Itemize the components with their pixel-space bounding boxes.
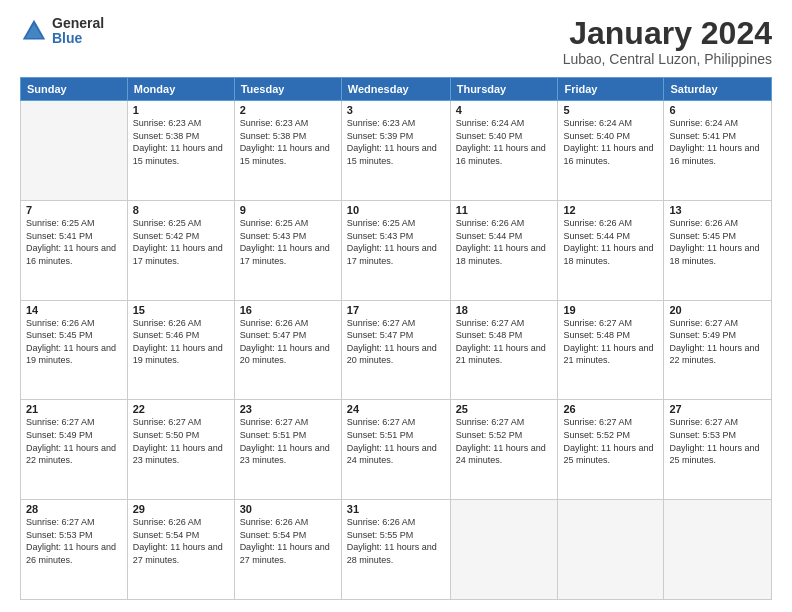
day-info: Sunrise: 6:26 AMSunset: 5:47 PMDaylight:… (240, 317, 336, 367)
day-info: Sunrise: 6:27 AMSunset: 5:53 PMDaylight:… (669, 416, 766, 466)
day-info: Sunrise: 6:26 AMSunset: 5:45 PMDaylight:… (669, 217, 766, 267)
day-info: Sunrise: 6:27 AMSunset: 5:48 PMDaylight:… (456, 317, 553, 367)
day-number: 31 (347, 503, 445, 515)
day-info: Sunrise: 6:24 AMSunset: 5:41 PMDaylight:… (669, 117, 766, 167)
calendar-cell (21, 101, 128, 201)
day-info: Sunrise: 6:23 AMSunset: 5:38 PMDaylight:… (240, 117, 336, 167)
day-info: Sunrise: 6:23 AMSunset: 5:39 PMDaylight:… (347, 117, 445, 167)
day-info: Sunrise: 6:27 AMSunset: 5:48 PMDaylight:… (563, 317, 658, 367)
week-row: 21Sunrise: 6:27 AMSunset: 5:49 PMDayligh… (21, 400, 772, 500)
calendar-cell (558, 500, 664, 600)
day-number: 20 (669, 304, 766, 316)
calendar-cell: 7Sunrise: 6:25 AMSunset: 5:41 PMDaylight… (21, 200, 128, 300)
day-number: 22 (133, 403, 229, 415)
day-number: 15 (133, 304, 229, 316)
day-info: Sunrise: 6:27 AMSunset: 5:53 PMDaylight:… (26, 516, 122, 566)
day-info: Sunrise: 6:27 AMSunset: 5:49 PMDaylight:… (26, 416, 122, 466)
logo-text: General Blue (52, 16, 104, 47)
page: General Blue January 2024 Lubao, Central… (0, 0, 792, 612)
calendar-cell: 18Sunrise: 6:27 AMSunset: 5:48 PMDayligh… (450, 300, 558, 400)
day-info: Sunrise: 6:27 AMSunset: 5:52 PMDaylight:… (456, 416, 553, 466)
calendar-cell: 8Sunrise: 6:25 AMSunset: 5:42 PMDaylight… (127, 200, 234, 300)
day-info: Sunrise: 6:24 AMSunset: 5:40 PMDaylight:… (563, 117, 658, 167)
day-number: 19 (563, 304, 658, 316)
logo-blue: Blue (52, 31, 104, 46)
calendar-table: SundayMondayTuesdayWednesdayThursdayFrid… (20, 77, 772, 600)
header-row: SundayMondayTuesdayWednesdayThursdayFrid… (21, 78, 772, 101)
day-info: Sunrise: 6:26 AMSunset: 5:54 PMDaylight:… (240, 516, 336, 566)
calendar-cell: 3Sunrise: 6:23 AMSunset: 5:39 PMDaylight… (341, 101, 450, 201)
day-number: 4 (456, 104, 553, 116)
calendar-cell: 6Sunrise: 6:24 AMSunset: 5:41 PMDaylight… (664, 101, 772, 201)
day-number: 10 (347, 204, 445, 216)
day-header-friday: Friday (558, 78, 664, 101)
calendar-cell (664, 500, 772, 600)
week-row: 28Sunrise: 6:27 AMSunset: 5:53 PMDayligh… (21, 500, 772, 600)
day-number: 23 (240, 403, 336, 415)
title-block: January 2024 Lubao, Central Luzon, Phili… (563, 16, 772, 67)
day-info: Sunrise: 6:25 AMSunset: 5:43 PMDaylight:… (240, 217, 336, 267)
logo-general: General (52, 16, 104, 31)
day-number: 21 (26, 403, 122, 415)
calendar-cell: 14Sunrise: 6:26 AMSunset: 5:45 PMDayligh… (21, 300, 128, 400)
day-number: 18 (456, 304, 553, 316)
day-info: Sunrise: 6:26 AMSunset: 5:46 PMDaylight:… (133, 317, 229, 367)
week-row: 7Sunrise: 6:25 AMSunset: 5:41 PMDaylight… (21, 200, 772, 300)
day-info: Sunrise: 6:25 AMSunset: 5:41 PMDaylight:… (26, 217, 122, 267)
calendar-cell: 27Sunrise: 6:27 AMSunset: 5:53 PMDayligh… (664, 400, 772, 500)
day-number: 13 (669, 204, 766, 216)
calendar-cell: 13Sunrise: 6:26 AMSunset: 5:45 PMDayligh… (664, 200, 772, 300)
calendar-cell: 12Sunrise: 6:26 AMSunset: 5:44 PMDayligh… (558, 200, 664, 300)
calendar-cell: 10Sunrise: 6:25 AMSunset: 5:43 PMDayligh… (341, 200, 450, 300)
day-info: Sunrise: 6:26 AMSunset: 5:54 PMDaylight:… (133, 516, 229, 566)
day-number: 3 (347, 104, 445, 116)
calendar-cell: 17Sunrise: 6:27 AMSunset: 5:47 PMDayligh… (341, 300, 450, 400)
calendar-cell: 25Sunrise: 6:27 AMSunset: 5:52 PMDayligh… (450, 400, 558, 500)
day-header-saturday: Saturday (664, 78, 772, 101)
day-number: 26 (563, 403, 658, 415)
day-header-tuesday: Tuesday (234, 78, 341, 101)
calendar-cell: 5Sunrise: 6:24 AMSunset: 5:40 PMDaylight… (558, 101, 664, 201)
calendar-cell: 26Sunrise: 6:27 AMSunset: 5:52 PMDayligh… (558, 400, 664, 500)
day-number: 16 (240, 304, 336, 316)
day-header-thursday: Thursday (450, 78, 558, 101)
calendar-cell: 9Sunrise: 6:25 AMSunset: 5:43 PMDaylight… (234, 200, 341, 300)
day-info: Sunrise: 6:27 AMSunset: 5:47 PMDaylight:… (347, 317, 445, 367)
day-header-wednesday: Wednesday (341, 78, 450, 101)
day-info: Sunrise: 6:27 AMSunset: 5:51 PMDaylight:… (240, 416, 336, 466)
day-number: 6 (669, 104, 766, 116)
calendar-cell: 11Sunrise: 6:26 AMSunset: 5:44 PMDayligh… (450, 200, 558, 300)
day-number: 28 (26, 503, 122, 515)
month-title: January 2024 (563, 16, 772, 51)
calendar-cell: 22Sunrise: 6:27 AMSunset: 5:50 PMDayligh… (127, 400, 234, 500)
header: General Blue January 2024 Lubao, Central… (20, 16, 772, 67)
day-info: Sunrise: 6:25 AMSunset: 5:43 PMDaylight:… (347, 217, 445, 267)
calendar-cell: 31Sunrise: 6:26 AMSunset: 5:55 PMDayligh… (341, 500, 450, 600)
calendar-cell: 1Sunrise: 6:23 AMSunset: 5:38 PMDaylight… (127, 101, 234, 201)
calendar-cell: 4Sunrise: 6:24 AMSunset: 5:40 PMDaylight… (450, 101, 558, 201)
day-number: 7 (26, 204, 122, 216)
calendar-cell: 15Sunrise: 6:26 AMSunset: 5:46 PMDayligh… (127, 300, 234, 400)
calendar-cell: 21Sunrise: 6:27 AMSunset: 5:49 PMDayligh… (21, 400, 128, 500)
day-info: Sunrise: 6:25 AMSunset: 5:42 PMDaylight:… (133, 217, 229, 267)
day-info: Sunrise: 6:27 AMSunset: 5:52 PMDaylight:… (563, 416, 658, 466)
calendar-cell: 29Sunrise: 6:26 AMSunset: 5:54 PMDayligh… (127, 500, 234, 600)
day-number: 25 (456, 403, 553, 415)
week-row: 14Sunrise: 6:26 AMSunset: 5:45 PMDayligh… (21, 300, 772, 400)
day-number: 27 (669, 403, 766, 415)
week-row: 1Sunrise: 6:23 AMSunset: 5:38 PMDaylight… (21, 101, 772, 201)
day-number: 12 (563, 204, 658, 216)
day-info: Sunrise: 6:26 AMSunset: 5:44 PMDaylight:… (456, 217, 553, 267)
day-number: 9 (240, 204, 336, 216)
day-info: Sunrise: 6:26 AMSunset: 5:45 PMDaylight:… (26, 317, 122, 367)
day-number: 8 (133, 204, 229, 216)
calendar-cell (450, 500, 558, 600)
day-number: 2 (240, 104, 336, 116)
calendar-cell: 2Sunrise: 6:23 AMSunset: 5:38 PMDaylight… (234, 101, 341, 201)
calendar-cell: 19Sunrise: 6:27 AMSunset: 5:48 PMDayligh… (558, 300, 664, 400)
calendar-cell: 23Sunrise: 6:27 AMSunset: 5:51 PMDayligh… (234, 400, 341, 500)
day-info: Sunrise: 6:26 AMSunset: 5:55 PMDaylight:… (347, 516, 445, 566)
day-number: 30 (240, 503, 336, 515)
calendar-cell: 28Sunrise: 6:27 AMSunset: 5:53 PMDayligh… (21, 500, 128, 600)
calendar-cell: 16Sunrise: 6:26 AMSunset: 5:47 PMDayligh… (234, 300, 341, 400)
